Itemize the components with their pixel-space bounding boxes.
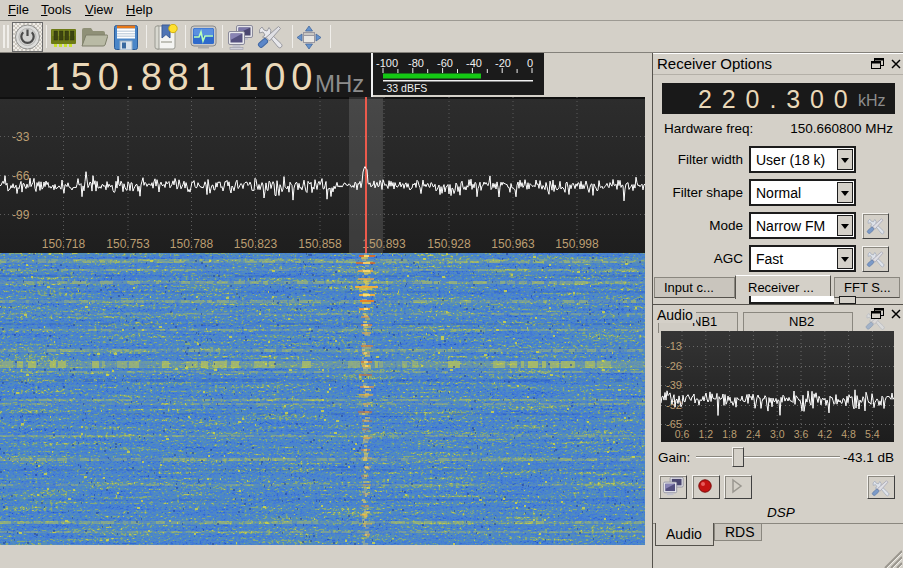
svg-text:-26: -26 xyxy=(666,360,682,372)
svg-text:4.2: 4.2 xyxy=(817,428,832,440)
svg-text:1.2: 1.2 xyxy=(698,428,713,440)
svg-text:3.6: 3.6 xyxy=(794,428,809,440)
svg-text:-33 dBFS: -33 dBFS xyxy=(383,82,427,94)
svg-text:-39: -39 xyxy=(666,379,682,391)
svg-text:150.893: 150.893 xyxy=(362,237,406,251)
svg-text:150.788: 150.788 xyxy=(170,237,214,251)
svg-text:150.823: 150.823 xyxy=(234,237,278,251)
svg-text:150.963: 150.963 xyxy=(491,237,535,251)
svg-text:-60: -60 xyxy=(437,57,453,69)
svg-text:150.858: 150.858 xyxy=(298,237,342,251)
svg-text:-66: -66 xyxy=(12,169,30,183)
svg-text:-100: -100 xyxy=(376,57,398,69)
svg-text:150.753: 150.753 xyxy=(106,237,150,251)
svg-text:4.8: 4.8 xyxy=(841,428,856,440)
svg-text:-99: -99 xyxy=(12,208,30,222)
svg-text:-20: -20 xyxy=(495,57,511,69)
svg-text:150.928: 150.928 xyxy=(427,237,471,251)
svg-text:0.6: 0.6 xyxy=(675,428,690,440)
svg-text:-13: -13 xyxy=(666,340,682,352)
svg-text:2.4: 2.4 xyxy=(746,428,761,440)
svg-text:150.998: 150.998 xyxy=(555,237,599,251)
svg-text:150.718: 150.718 xyxy=(42,237,86,251)
svg-text:5.4: 5.4 xyxy=(865,428,880,440)
svg-text:-40: -40 xyxy=(466,57,482,69)
svg-text:-80: -80 xyxy=(408,57,424,69)
svg-text:1.8: 1.8 xyxy=(722,428,737,440)
svg-text:-33: -33 xyxy=(12,130,30,144)
svg-text:0: 0 xyxy=(527,57,533,69)
svg-text:3.0: 3.0 xyxy=(770,428,785,440)
